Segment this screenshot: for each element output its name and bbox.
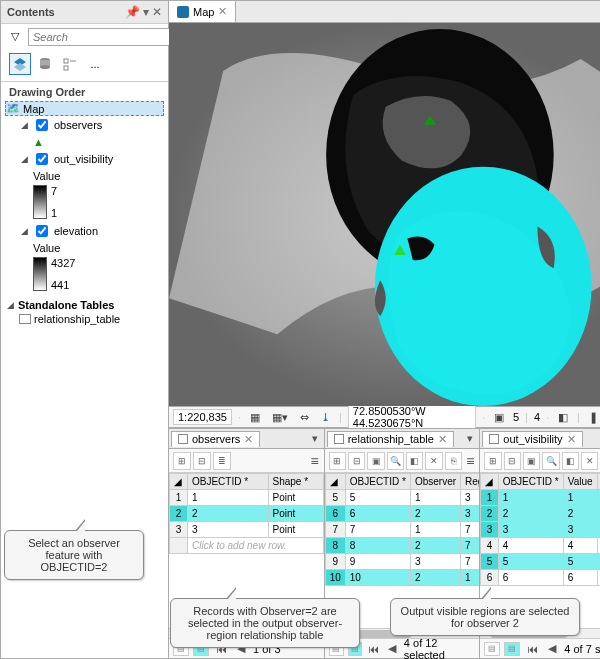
table-row[interactable]: 333946: [481, 522, 600, 538]
menu-icon[interactable]: ▾: [143, 5, 149, 19]
table-row[interactable]: 4442357: [481, 538, 600, 554]
tab-close-icon[interactable]: ✕: [438, 433, 447, 446]
map-tab-close-icon[interactable]: ✕: [218, 5, 227, 18]
clear-icon[interactable]: ◧: [555, 410, 571, 425]
map-status-bar: 1:220,835 · ▦ ▦▾ ⇔ ⤓ | 72.8500530°W 44.5…: [169, 406, 600, 428]
collapse-icon[interactable]: ◢: [5, 300, 15, 310]
collapse-icon[interactable]: ◢: [19, 226, 29, 236]
out-visibility-tab[interactable]: out_visibility ✕: [482, 431, 582, 447]
col-observer[interactable]: Observer: [410, 474, 460, 490]
table-row[interactable]: 1116053: [481, 490, 600, 506]
calc-btn[interactable]: ≣: [213, 452, 231, 470]
field-btn[interactable]: ⊞: [329, 452, 346, 470]
tab-close-icon[interactable]: ✕: [244, 433, 253, 446]
list-by-drawing-icon[interactable]: [9, 53, 31, 75]
map-node[interactable]: 🗺️ Map: [5, 101, 164, 116]
map-tab[interactable]: Map ✕: [169, 1, 236, 22]
copy-btn[interactable]: ⎘: [445, 452, 462, 470]
row-col[interactable]: ◢: [481, 474, 498, 490]
grid-icon[interactable]: ▦: [247, 410, 263, 425]
clr-btn[interactable]: ◧: [406, 452, 423, 470]
elevation-layer[interactable]: ◢ elevation: [5, 221, 164, 241]
observers-layer[interactable]: ◢ observers: [5, 115, 164, 135]
first-icon[interactable]: ⏮: [524, 642, 540, 656]
col-value[interactable]: Value: [563, 474, 597, 490]
zoom-btn[interactable]: 🔍: [387, 452, 404, 470]
table-row[interactable]: 6623: [325, 506, 479, 522]
col-objectid[interactable]: OBJECTID *: [345, 474, 410, 490]
table-row[interactable]: 33Point: [170, 522, 324, 538]
pause-icon[interactable]: ❚❚: [586, 410, 600, 425]
toolbar-menu-icon[interactable]: ≡: [464, 453, 475, 469]
map-view[interactable]: [169, 23, 600, 406]
col-objectid[interactable]: OBJECTID *: [188, 474, 269, 490]
table-row[interactable]: 7717: [325, 522, 479, 538]
toolbar-menu-icon[interactable]: ≡: [308, 453, 319, 469]
row-col[interactable]: ◢: [325, 474, 345, 490]
col-region[interactable]: Region: [461, 474, 480, 490]
first-icon[interactable]: ⏮: [366, 642, 381, 656]
more-views[interactable]: ...: [84, 53, 106, 75]
coords-box[interactable]: 72.8500530°W 44.5230675°N: [348, 403, 476, 431]
table-row[interactable]: 8827: [325, 538, 479, 554]
out-visibility-checkbox[interactable]: [36, 153, 48, 165]
show-all-btn[interactable]: ▤: [484, 642, 500, 656]
elevation-checkbox[interactable]: [36, 225, 48, 237]
new-row[interactable]: Click to add new row.: [170, 538, 324, 554]
del-btn[interactable]: ✕: [425, 452, 442, 470]
list-by-selection-icon[interactable]: [59, 53, 81, 75]
add-btn[interactable]: ⊟: [193, 452, 211, 470]
table-row[interactable]: 555288: [481, 554, 600, 570]
out-vis-gradient: 7 1: [5, 183, 164, 221]
prev-icon[interactable]: ◀: [385, 642, 400, 656]
out-visibility-layer[interactable]: ◢ out_visibility: [5, 149, 164, 169]
table-row[interactable]: 22Point: [170, 506, 324, 522]
collapse-icon[interactable]: ◢: [19, 120, 29, 130]
field-btn[interactable]: ⊞: [173, 452, 191, 470]
col-shape[interactable]: Shape *: [268, 474, 323, 490]
terrain-render: [169, 23, 600, 406]
show-selected-btn[interactable]: ▤: [504, 642, 520, 656]
value-label: Value: [5, 241, 164, 255]
list-by-source-icon[interactable]: [34, 53, 56, 75]
table-row[interactable]: 2223186: [481, 506, 600, 522]
sel-btn[interactable]: ▣: [367, 452, 384, 470]
table-row[interactable]: 9937: [325, 554, 479, 570]
table-row[interactable]: 101021: [325, 570, 479, 586]
elevation-label: elevation: [54, 225, 98, 237]
tab-more-icon[interactable]: ▾: [306, 432, 324, 445]
close-icon[interactable]: ✕: [152, 5, 162, 19]
table-row[interactable]: 11Point: [170, 490, 324, 506]
pin-icon[interactable]: 📌: [125, 5, 140, 19]
measure-icon[interactable]: ⇔: [297, 410, 312, 425]
del-btn[interactable]: ✕: [581, 452, 598, 470]
col-objectid[interactable]: OBJECTID *: [498, 474, 563, 490]
table-row[interactable]: 666: [481, 570, 600, 586]
clr-btn[interactable]: ◧: [562, 452, 579, 470]
scale-box[interactable]: 1:220,835: [173, 409, 232, 425]
collapse-icon[interactable]: ◢: [19, 154, 29, 164]
callout-1: Select an observer feature with OBJECTID…: [4, 530, 144, 580]
sel-tool-icon[interactable]: ▣: [491, 410, 507, 425]
tab-more-icon[interactable]: ▾: [461, 432, 479, 445]
filter-icon[interactable]: ▽: [6, 27, 24, 46]
search-input[interactable]: [28, 28, 177, 46]
add-btn[interactable]: ⊟: [504, 452, 521, 470]
observers-tab[interactable]: observers ✕: [171, 431, 260, 447]
add-btn[interactable]: ⊟: [348, 452, 365, 470]
observers-checkbox[interactable]: [36, 119, 48, 131]
snap-icon[interactable]: ▦▾: [269, 410, 291, 425]
sel-btn[interactable]: ▣: [523, 452, 540, 470]
svg-marker-1: [14, 63, 26, 71]
relationship-tab[interactable]: relationship_table ✕: [327, 431, 454, 447]
relationship-table-node[interactable]: relationship_table: [5, 312, 164, 326]
gradient-min: 1: [51, 207, 57, 219]
zoom-btn[interactable]: 🔍: [542, 452, 559, 470]
field-btn[interactable]: ⊞: [484, 452, 501, 470]
row-col[interactable]: ◢: [170, 474, 188, 490]
prev-icon[interactable]: ◀: [544, 642, 560, 656]
table-row[interactable]: 5513: [325, 490, 479, 506]
tab-close-icon[interactable]: ✕: [567, 433, 576, 446]
database-icon: [37, 56, 53, 72]
locate-icon[interactable]: ⤓: [318, 410, 333, 425]
